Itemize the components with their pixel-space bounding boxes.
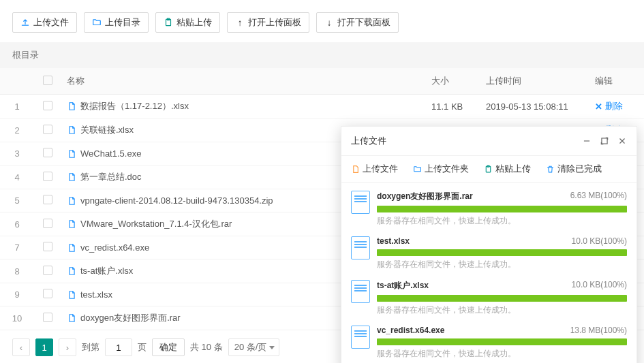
file-icon	[67, 266, 76, 276]
paste-upload-label: 粘贴上传	[177, 16, 212, 29]
maximize-icon[interactable]	[600, 136, 609, 146]
upload-item-size: 10.0 KB(100%)	[572, 280, 627, 291]
file-icon	[67, 196, 76, 206]
checkbox-all[interactable]	[43, 76, 52, 85]
pager-goto-suffix: 页	[138, 341, 147, 353]
col-edit: 编辑	[589, 68, 644, 95]
pager-per-page-label: 20 条/页	[234, 341, 267, 353]
row-index: 5	[0, 189, 34, 212]
row-filename: vpngate-client-2014.08.12-build-9473.130…	[80, 195, 273, 206]
row-checkbox[interactable]	[43, 266, 52, 275]
row-checkbox-cell	[34, 306, 61, 330]
upload-file-button[interactable]: 上传文件	[12, 12, 77, 33]
row-filename: test.xlsx	[80, 289, 112, 300]
row-checkbox-cell	[34, 119, 61, 142]
upload-item-name: vc_redist.x64.exe	[377, 326, 444, 335]
row-checkbox[interactable]	[43, 125, 52, 134]
row-checkbox[interactable]	[43, 101, 52, 110]
upload-progress-bar	[377, 338, 627, 345]
row-index: 3	[0, 142, 34, 165]
tab-upload-folder-label: 上传文件夹	[425, 163, 469, 175]
document-icon	[351, 326, 370, 349]
minimize-icon[interactable]	[582, 136, 592, 146]
row-filename: 关联链接.xlsx	[80, 124, 134, 136]
upload-item-status: 服务器存在相同文件，快速上传成功。	[377, 348, 627, 360]
open-upload-panel-button[interactable]: ↑ 打开上传面板	[227, 12, 309, 33]
col-index	[0, 68, 34, 95]
row-index: 6	[0, 212, 34, 236]
pager-confirm-label: 确定	[159, 341, 177, 353]
arrow-up-icon: ↑	[235, 18, 245, 27]
tab-clear-completed[interactable]: 清除已完成	[546, 163, 602, 175]
upload-panel-title: 上传文件	[351, 135, 386, 147]
row-checkbox[interactable]	[43, 195, 52, 204]
paste-upload-button[interactable]: 粘贴上传	[155, 12, 220, 33]
row-filename: 第一章总结.doc	[80, 171, 142, 183]
upload-progress-bar	[377, 295, 627, 302]
upload-panel-tabs: 上传文件 上传文件夹 粘贴上传 清除已完成	[341, 156, 637, 183]
pager-current[interactable]: 1	[35, 338, 53, 356]
upload-dir-button[interactable]: 上传目录	[84, 12, 149, 33]
upload-item-name: ts-at账户.xlsx	[377, 280, 429, 291]
row-checkbox[interactable]	[43, 289, 52, 298]
row-index: 10	[0, 306, 34, 330]
upload-item-status: 服务器存在相同文件，快速上传成功。	[377, 259, 627, 270]
upload-item: vc_redist.x64.exe13.8 MB(100%)服务器存在相同文件，…	[351, 320, 627, 363]
pager-next[interactable]: ›	[59, 338, 76, 356]
upload-panel-header: 上传文件	[341, 127, 637, 156]
row-filename: 数据报告（1.17-2.12）.xlsx	[80, 100, 189, 112]
upload-progress-bar	[377, 249, 627, 256]
open-upload-panel-label: 打开上传面板	[248, 16, 301, 29]
upload-dir-label: 上传目录	[105, 16, 140, 29]
row-index: 2	[0, 119, 34, 142]
col-checkbox-header	[34, 68, 61, 95]
file-icon	[67, 172, 76, 182]
table-row[interactable]: 1数据报告（1.17-2.12）.xlsx11.1 KB2019-05-13 1…	[0, 95, 644, 119]
upload-panel-actions	[582, 136, 627, 146]
document-icon	[351, 191, 370, 214]
close-icon[interactable]	[617, 136, 627, 146]
tab-upload-folder[interactable]: 上传文件夹	[413, 163, 469, 175]
open-download-panel-button[interactable]: ↓ 打开下载面板	[316, 12, 399, 33]
row-index: 8	[0, 259, 34, 283]
upload-item: doxygen友好图形界面.rar6.63 MB(100%)服务器存在相同文件，…	[351, 185, 627, 231]
row-checkbox[interactable]	[43, 242, 52, 251]
tab-clear-completed-label: 清除已完成	[557, 163, 602, 175]
upload-progress-bar	[377, 206, 627, 212]
pager-goto-input[interactable]	[105, 338, 132, 356]
file-icon	[67, 313, 76, 323]
open-download-panel-label: 打开下载面板	[337, 16, 390, 29]
arrow-down-icon: ↓	[324, 18, 334, 27]
upload-panel: 上传文件 上传文件 上传文件夹 粘贴上传 清除已完成 doxygen友好图形界面…	[341, 126, 637, 363]
row-name-cell: 数据报告（1.17-2.12）.xlsx	[61, 95, 426, 119]
file-icon	[67, 290, 76, 300]
row-filename: doxygen友好图形界面.rar	[80, 312, 181, 324]
pager-goto-prefix: 到第	[82, 341, 99, 353]
row-checkbox-cell	[34, 236, 61, 259]
upload-list[interactable]: doxygen友好图形界面.rar6.63 MB(100%)服务器存在相同文件，…	[341, 183, 637, 363]
tab-upload-file-label: 上传文件	[363, 163, 398, 175]
row-filename: VMware_Workstation_7.1.4-汉化包.rar	[80, 218, 232, 230]
pager-per-page-select[interactable]: 20 条/页	[228, 338, 280, 356]
document-icon	[351, 280, 370, 303]
upload-item-size: 6.63 MB(100%)	[570, 191, 627, 202]
upload-item: ts-at账户.xlsx10.0 KB(100%)服务器存在相同文件，快速上传成…	[351, 274, 627, 320]
upload-file-label: 上传文件	[33, 16, 69, 29]
row-checkbox[interactable]	[43, 148, 52, 157]
delete-label: 删除	[605, 100, 623, 112]
row-filename: WeChat1.5.exe	[80, 148, 141, 159]
upload-item: test.xlsx10.0 KB(100%)服务器存在相同文件，快速上传成功。	[351, 231, 627, 274]
upload-item-size: 13.8 MB(100%)	[570, 326, 627, 335]
pager-prev[interactable]: ‹	[12, 338, 30, 356]
row-time: 2019-05-13 15:08:11	[480, 95, 589, 119]
row-checkbox[interactable]	[43, 219, 52, 228]
file-icon	[67, 125, 76, 135]
row-checkbox-cell	[34, 283, 61, 306]
row-checkbox[interactable]	[43, 313, 52, 322]
breadcrumb[interactable]: 根目录	[0, 42, 644, 68]
tab-paste-upload[interactable]: 粘贴上传	[484, 163, 531, 175]
row-checkbox[interactable]	[43, 172, 52, 181]
delete-link[interactable]: ✕删除	[595, 100, 623, 112]
pager-confirm-button[interactable]: 确定	[152, 338, 185, 356]
tab-upload-file[interactable]: 上传文件	[351, 163, 398, 175]
